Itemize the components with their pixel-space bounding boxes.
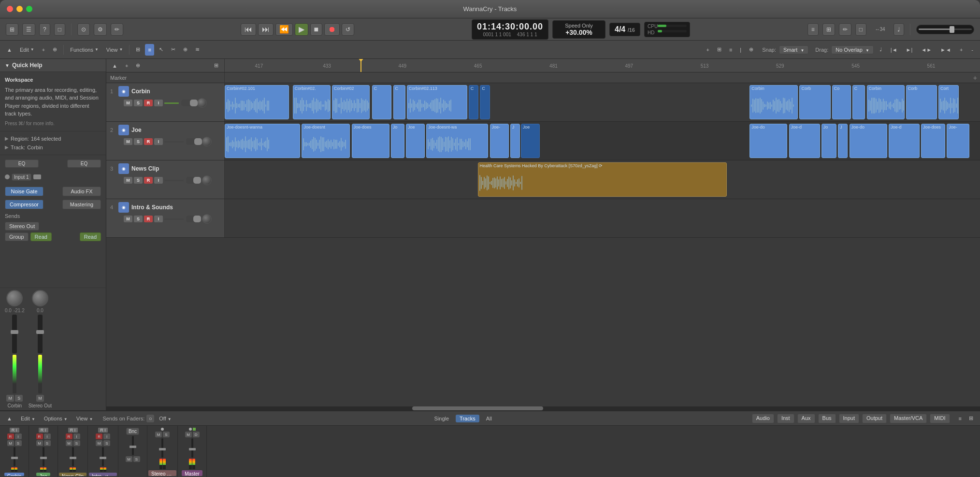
region-corbin-9[interactable]: Corbin bbox=[749, 85, 798, 119]
region-corbin-10[interactable]: Corb bbox=[799, 85, 830, 119]
region-row[interactable]: ▶ Region: 164 selected bbox=[5, 134, 101, 143]
functions-menu-button[interactable]: Functions ▼ bbox=[67, 44, 101, 56]
audio-fx-button[interactable]: Audio FX bbox=[62, 187, 101, 196]
minimize-button[interactable] bbox=[16, 6, 23, 12]
read-button2[interactable]: Read bbox=[80, 232, 101, 241]
grid-view-button[interactable]: ⊞ bbox=[133, 44, 143, 56]
sends-toggle[interactable]: ○ bbox=[146, 415, 154, 422]
ch-i-newsclip[interactable]: I bbox=[73, 434, 80, 439]
rewind-button[interactable]: ⏮ bbox=[241, 23, 256, 36]
zoom-in-icon[interactable]: + bbox=[957, 44, 966, 56]
region-corbin-13[interactable]: Corbin bbox=[867, 85, 905, 119]
record-button-2[interactable]: R bbox=[144, 138, 153, 145]
record-button[interactable]: ⏺ bbox=[324, 23, 340, 36]
close-button[interactable] bbox=[7, 6, 13, 12]
help-icon[interactable]: ? bbox=[39, 23, 50, 36]
region-corbin-8[interactable]: C bbox=[480, 85, 490, 119]
mixer-icon2[interactable]: ⚙ bbox=[94, 23, 107, 36]
track-content-1[interactable]: Corbin#02.101 Corbin#02. Corbin#02 C bbox=[225, 83, 980, 121]
track-config-icon[interactable]: ⊕ bbox=[133, 60, 143, 72]
add-track-icon[interactable]: + bbox=[704, 44, 712, 56]
view-menu-button[interactable]: View ▼ bbox=[103, 44, 126, 56]
add-track-button[interactable]: + bbox=[39, 44, 48, 56]
track-icon-4[interactable]: ◉ bbox=[118, 202, 129, 213]
expand-icon[interactable]: ◄► bbox=[918, 44, 935, 56]
ch-r-newsclip[interactable]: R bbox=[66, 434, 72, 439]
speed-display[interactable]: Speed Only +30.00% bbox=[552, 20, 605, 39]
track-icon4[interactable]: ⊕ bbox=[746, 44, 756, 56]
snap-value[interactable]: Smart ▼ bbox=[779, 45, 808, 54]
track-fader-4[interactable] bbox=[186, 216, 201, 222]
time-signature[interactable]: 4/4 /16 bbox=[609, 23, 640, 36]
metronome-btn[interactable]: ♩ bbox=[877, 44, 885, 56]
inst-type-btn[interactable]: Inst bbox=[777, 414, 794, 423]
list-icon[interactable]: ≡ bbox=[807, 23, 819, 36]
vol-knob-4[interactable] bbox=[202, 214, 212, 224]
all-tab[interactable]: All bbox=[482, 415, 496, 422]
edit-menu-button[interactable]: Edit ▼ bbox=[17, 44, 37, 56]
group-button[interactable]: Group bbox=[5, 232, 29, 241]
track-options-icon[interactable]: ⊞ bbox=[714, 44, 724, 56]
mixer-nav-back[interactable]: ▲ bbox=[4, 413, 15, 424]
track-fader-3[interactable] bbox=[186, 177, 201, 184]
bus-type-btn[interactable]: Bus bbox=[818, 414, 836, 423]
region-corbin-1[interactable]: Corbin#02.101 bbox=[225, 85, 289, 119]
ch-fader-track-stereo[interactable] bbox=[161, 438, 163, 458]
single-tab[interactable]: Single bbox=[431, 415, 453, 422]
track-name-corbin[interactable]: Corbin bbox=[131, 88, 150, 95]
mute-button-1[interactable]: M bbox=[124, 100, 132, 106]
traffic-lights[interactable] bbox=[7, 6, 32, 12]
track-fader-1[interactable] bbox=[181, 100, 196, 106]
mixer-icon[interactable]: ☰ bbox=[22, 23, 35, 36]
input-button-1[interactable]: I bbox=[154, 100, 163, 106]
track-fader-2[interactable] bbox=[186, 138, 201, 145]
scrollbar-thumb[interactable] bbox=[412, 406, 543, 410]
input-button-2[interactable]: I bbox=[154, 138, 163, 145]
volume-slider[interactable] bbox=[916, 25, 974, 34]
ch-s-stereo[interactable]: S bbox=[163, 432, 170, 437]
ch-label-joe[interactable]: Joe bbox=[36, 473, 50, 476]
channel1-s-button[interactable]: S bbox=[15, 395, 23, 402]
ch-s-corbin[interactable]: S bbox=[15, 440, 22, 446]
ch-fader-track-bnc[interactable] bbox=[132, 436, 134, 455]
input-button-4[interactable]: I bbox=[154, 216, 163, 222]
bnc-button[interactable]: Bnc bbox=[126, 428, 139, 435]
ch-r-intro[interactable]: R bbox=[96, 434, 102, 439]
track-icon2[interactable]: ≡ bbox=[726, 44, 735, 56]
drag-value[interactable]: No Overlap ▼ bbox=[831, 45, 874, 54]
region-corbin-11[interactable]: Co bbox=[832, 85, 851, 119]
nav-back-button[interactable]: ▲ bbox=[4, 44, 15, 56]
solo-button-4[interactable]: S bbox=[134, 216, 143, 222]
ch-r-joe[interactable]: R bbox=[36, 434, 43, 439]
region-corbin-2[interactable]: Corbin#02. bbox=[293, 85, 331, 119]
quick-help-header[interactable]: ▼ Quick Help bbox=[0, 59, 106, 72]
region-joe-15[interactable]: Joe-d bbox=[889, 124, 920, 158]
mixer-edit-button[interactable]: Edit ▼ bbox=[18, 415, 38, 422]
waveform-tool[interactable]: ≋ bbox=[192, 44, 202, 56]
noise-gate-button[interactable]: Noise Gate bbox=[5, 187, 43, 196]
track-icon-1[interactable]: ◉ bbox=[118, 86, 129, 97]
region-joe-8[interactable]: J bbox=[510, 124, 520, 158]
settings-icon[interactable]: ⊞ bbox=[6, 23, 18, 36]
vol-knob-2[interactable] bbox=[202, 137, 212, 146]
channel1-knob[interactable] bbox=[6, 290, 23, 306]
track-list-icon[interactable]: ⊞ bbox=[211, 60, 221, 72]
track-icon-2[interactable]: ◉ bbox=[118, 125, 129, 135]
pencil-icon[interactable]: ✏ bbox=[111, 23, 123, 36]
master-vca-btn[interactable]: Master/VCA bbox=[890, 414, 927, 423]
ch-fader-track-joe[interactable] bbox=[43, 447, 44, 466]
region-joe-6[interactable]: Joe-doesnt-wa bbox=[426, 124, 488, 158]
record-button-4[interactable]: R bbox=[144, 216, 153, 222]
channel2-fader[interactable] bbox=[38, 315, 43, 353]
read-button[interactable]: Read bbox=[30, 232, 52, 241]
region-joe-4[interactable]: Jo bbox=[391, 124, 404, 158]
ch-m-stereo[interactable]: M bbox=[155, 432, 162, 437]
ch-fader-track-corbin[interactable] bbox=[14, 447, 15, 466]
mastering-button[interactable]: Mastering bbox=[62, 200, 101, 209]
track-icon-3[interactable]: ◉ bbox=[118, 163, 129, 174]
play-button[interactable]: ▶ bbox=[295, 23, 308, 36]
region-joe-9[interactable]: Joe bbox=[521, 124, 540, 158]
skip-back-button[interactable]: ⏪ bbox=[275, 23, 293, 36]
track-content-3[interactable]: Health Care Systems Hacked By Cyberattac… bbox=[225, 160, 980, 199]
cycle-button[interactable]: ↺ bbox=[342, 23, 354, 36]
